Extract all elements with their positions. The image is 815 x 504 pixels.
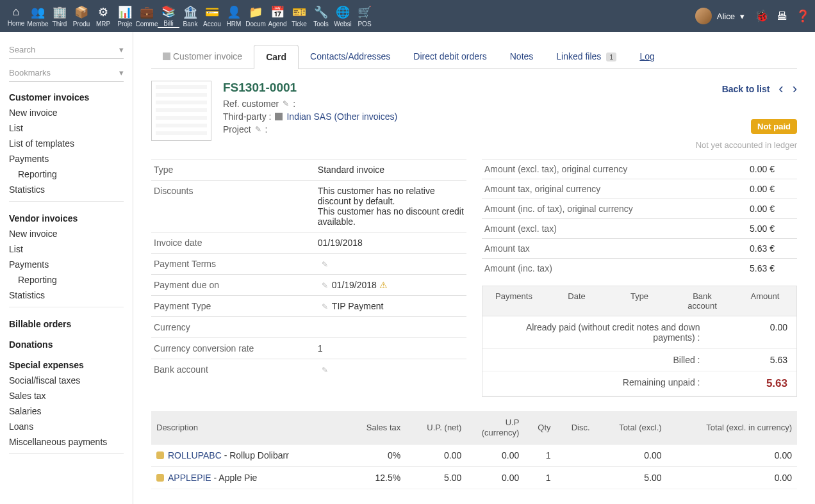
sidebar-item-sales-tax[interactable]: Sales tax [0,388,133,403]
next-arrow-icon[interactable]: › [793,81,797,97]
sidebar-section-0[interactable]: Customer invoices [0,85,133,105]
detail-value: ✎ [315,359,466,380]
search-select[interactable]: Search ▾ [9,41,124,59]
sidebar-item-reporting[interactable]: Reporting [0,167,133,182]
sidebar-item-payments[interactable]: Payments [0,151,133,167]
tab-card[interactable]: Card [254,45,299,69]
topnav-home[interactable]: ⌂Home [5,4,27,28]
topnav-agenda[interactable]: 📅Agend [267,4,288,28]
product-icon [156,474,164,482]
sidebar-item-salaries[interactable]: Salaries [0,403,133,419]
lines-header: U.P (currency) [466,411,524,444]
tab-log[interactable]: Log [628,45,666,69]
back-to-list[interactable]: Back to list [722,84,770,94]
topnav-members[interactable]: 👥Membe [27,4,49,28]
search-label: Search [9,45,35,54]
edit-icon[interactable]: ✎ [255,125,261,134]
topnav-tools[interactable]: 🔧Tools [310,4,332,28]
bookmarks-label: Bookmarks [9,68,51,77]
edit-icon[interactable]: ✎ [322,302,328,311]
sidebar-section-3[interactable]: Donations [0,332,133,352]
detail-value: 01/19/2018 [315,232,466,254]
sidebar-item-list[interactable]: List [0,241,133,257]
line-sku[interactable]: ROLLUPABC [168,450,222,460]
topnav-hrm[interactable]: 👤HRM [223,4,245,28]
line-sku[interactable]: APPLEPIE [168,473,211,483]
sidebar-item-miscellaneous-payments[interactable]: Miscellaneous payments [0,434,133,450]
topnav-commercial[interactable]: 💼Comme [136,4,158,28]
user-menu[interactable]: Alice ▾ [695,8,745,24]
edit-icon[interactable]: ✎ [322,260,328,269]
sidebar-item-payments[interactable]: Payments [0,257,133,272]
topnav-documents[interactable]: 📁Docum [245,4,267,28]
payment-row-label: Billed : [482,349,709,371]
tab-customer-invoice[interactable]: Customer invoice [151,45,254,69]
detail-value: 1 [315,338,466,359]
products-icon: 📦 [74,5,88,19]
amount-value: 5.63 € [733,259,797,279]
help-icon[interactable]: ❓ [796,9,810,23]
amount-value: 0.00 € [733,199,797,219]
tab-direct-debit-orders[interactable]: Direct debit orders [402,45,498,69]
doc-icon [163,53,170,60]
sidebar-item-list-of-templates[interactable]: List of templates [0,136,133,151]
line-disc [556,467,595,489]
tab-linked-files[interactable]: Linked files 1 [545,45,628,69]
sidebar-section-2[interactable]: Billable orders [0,311,133,332]
topnav-websites[interactable]: 🌐Websi [332,4,354,28]
sidebar-item-statistics[interactable]: Statistics [0,288,133,303]
line-upcur: 0.00 [466,444,524,467]
sidebar-item-loans[interactable]: Loans [0,419,133,434]
sidebar-section-1[interactable]: Vendor invoices [0,206,133,226]
tabs: Customer invoiceCardContacts/AddressesDi… [151,45,797,69]
line-total: 0.00 [595,444,667,467]
lines-header: Qty [524,411,556,444]
bookmarks-select[interactable]: Bookmarks ▾ [9,64,124,82]
third-icon: 🏢 [53,5,67,19]
topnav-tickets[interactable]: 🎫Ticke [288,4,310,28]
bug-icon[interactable]: 🐞 [755,9,769,23]
topnav-third[interactable]: 🏢Third [49,4,70,28]
thirdparty-link[interactable]: Indian SAS (Other invoices) [286,111,397,122]
payment-row-label: Already paid (without credit notes and d… [482,316,709,348]
warning-icon: ⚠ [379,280,388,290]
sidebar-item-statistics[interactable]: Statistics [0,182,133,197]
amount-label: Amount (inc. tax) [482,259,733,279]
invoice-thumbnail[interactable] [151,81,211,141]
billing-icon: 📚 [161,4,176,19]
accounting-icon: 💳 [205,5,219,19]
amount-value: 0.00 € [733,179,797,199]
bank-icon: 🏦 [183,5,197,19]
payments-header: Bank account [671,286,734,316]
sidebar-section-4[interactable]: Special expenses [0,352,133,373]
sidebar-item-new-invoice[interactable]: New invoice [0,226,133,241]
print-icon[interactable]: 🖶 [777,10,788,23]
edit-icon[interactable]: ✎ [322,281,328,290]
tab-notes[interactable]: Notes [498,45,545,69]
topnav-projects[interactable]: 📊Proje [114,4,136,28]
topnav-accounting[interactable]: 💳Accou [201,4,223,28]
detail-value: ✎01/19/2018⚠ [315,275,466,296]
sidebar-item-new-invoice[interactable]: New invoice [0,105,133,120]
tab-contacts-addresses[interactable]: Contacts/Addresses [299,45,402,69]
amount-value: 5.00 € [733,219,797,239]
payment-row-value: 5.63 [709,371,797,396]
sidebar-item-list[interactable]: List [0,120,133,136]
sidebar-item-reporting[interactable]: Reporting [0,272,133,288]
topnav-bank[interactable]: 🏦Bank [179,4,201,28]
tools-icon: 🔧 [314,5,328,19]
line-qty: 1 [524,444,556,467]
payment-row-label: Remaining unpaid : [482,371,709,396]
topnav-mrp[interactable]: ⚙MRP [92,4,114,28]
accounted-note: Not yet accounted in ledger [696,140,797,150]
topnav-billing[interactable]: 📚Billi [158,4,179,28]
payment-row-value: 5.63 [709,349,797,371]
sidebar-item-social-fiscal-taxes[interactable]: Social/fiscal taxes [0,373,133,388]
topnav-products[interactable]: 📦Produ [70,4,92,28]
payments-header: Type [608,286,671,316]
edit-icon[interactable]: ✎ [322,366,328,375]
prev-arrow-icon[interactable]: ‹ [778,81,783,97]
edit-icon[interactable]: ✎ [283,99,289,108]
topnav-pos[interactable]: 🛒POS [354,4,375,28]
amount-label: Amount (inc. of tax), original currency [482,199,733,219]
